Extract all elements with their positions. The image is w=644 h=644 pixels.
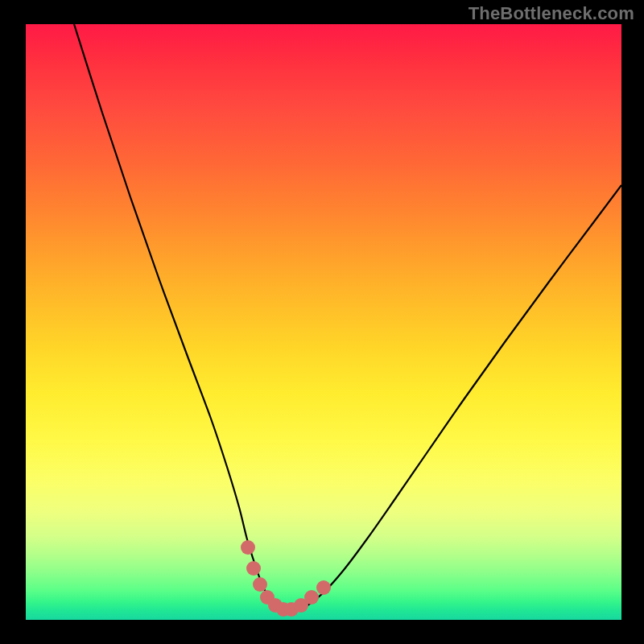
plot-area xyxy=(26,24,621,620)
chart-frame: TheBottleneck.com xyxy=(0,0,644,644)
optimum-marker-group xyxy=(241,540,331,617)
optimum-marker xyxy=(304,590,319,605)
optimum-marker xyxy=(241,540,255,555)
curve-layer xyxy=(26,24,621,620)
watermark-label: TheBottleneck.com xyxy=(469,3,634,24)
optimum-marker xyxy=(246,561,261,576)
optimum-marker xyxy=(253,577,267,592)
bottleneck-curve xyxy=(74,24,621,611)
optimum-marker xyxy=(316,580,331,595)
